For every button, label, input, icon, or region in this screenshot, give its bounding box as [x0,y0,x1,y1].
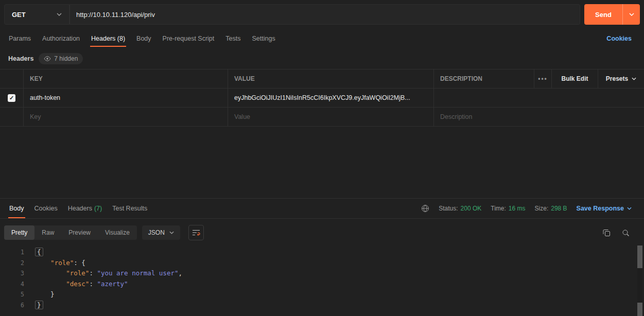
time-badge: Time: 16 ms [491,205,525,212]
send-options-button[interactable] [622,4,640,25]
new-description-input[interactable] [440,113,638,120]
tab-headers[interactable]: Headers (8) [85,29,131,48]
view-tab-preview[interactable]: Preview [61,225,98,240]
tab-params[interactable]: Params [3,29,37,48]
time-label: Time: [491,205,506,212]
vertical-scrollbar[interactable] [637,245,642,316]
scrollbar-thumb-bottom[interactable] [637,303,642,316]
tab-body[interactable]: Body [131,29,157,48]
chevron-down-icon [169,231,174,234]
status-label: Status: [439,205,458,212]
presets-dropdown[interactable]: Presets [598,69,644,88]
request-tabs: Params Authorization Headers (8) Body Pr… [0,29,644,48]
response-tab-test-results[interactable]: Test Results [107,199,152,218]
row-checkbox[interactable]: ✓ [8,94,15,102]
line-number: 2 [0,258,24,269]
tab-pre-request-script[interactable]: Pre-request Script [157,29,220,48]
wrap-text-icon [192,229,200,236]
eye-icon [44,56,51,61]
code-line: 2 "role": { [0,258,644,269]
status-badge: Status: 200 OK [439,205,481,212]
more-options-icon[interactable]: ••• [534,69,552,88]
chevron-down-icon [632,77,636,80]
view-mode-segment: Pretty Raw Preview Visualize [4,225,137,240]
table-row: ✓ auth-token eyJhbGciOiJIUzI1NiIsInR5cCI… [0,89,644,108]
headers-section-header: Headers 7 hidden [0,48,644,69]
table-row-new [0,108,644,127]
column-key: KEY [24,69,228,88]
status-value: 200 OK [461,205,482,212]
line-number: 5 [0,289,24,300]
view-tab-pretty[interactable]: Pretty [4,225,34,240]
row-checkbox-cell [0,108,24,126]
header-key-cell[interactable]: auth-token [24,89,228,107]
wrap-text-button[interactable] [188,225,204,240]
code-block: 1{2 "role": {3 "role": "you are normal u… [0,247,644,310]
empty-area [0,127,644,198]
chevron-down-icon [629,13,634,16]
new-description-cell [434,108,644,126]
line-number: 4 [0,279,24,290]
response-tab-label: Headers [68,205,92,212]
tab-tests[interactable]: Tests [220,29,246,48]
table-header-row: KEY VALUE DESCRIPTION ••• Bulk Edit Pres… [0,69,644,89]
response-tab-body[interactable]: Body [4,199,29,218]
hidden-headers-toggle[interactable]: 7 hidden [39,53,83,64]
globe-icon[interactable] [421,204,429,213]
response-tab-label: Cookies [34,205,58,212]
response-body-viewer: 1{2 "role": {3 "role": "you are normal u… [0,244,644,316]
response-tab-label: Body [9,205,24,212]
tab-authorization[interactable]: Authorization [37,29,85,48]
response-tab-cookies[interactable]: Cookies [29,199,63,218]
scrollbar-thumb[interactable] [637,245,642,268]
code-line: 6} [0,300,644,311]
line-number: 6 [0,300,24,311]
size-badge: Size: 298 B [535,205,567,212]
method-select[interactable]: GET [4,4,69,25]
new-key-cell [24,108,228,126]
time-value: 16 ms [509,205,526,212]
line-number: 3 [0,268,24,279]
request-url-bar: GET Send [0,0,644,29]
code-line: 5 } [0,289,644,300]
headers-title: Headers [8,55,33,62]
format-dropdown[interactable]: JSON [142,225,180,240]
send-button[interactable]: Send [584,4,622,25]
new-value-input[interactable] [234,113,427,120]
response-tabs: Body Cookies Headers (7) Test Results St… [0,199,644,219]
code-line: 1{ [0,247,644,258]
url-input[interactable] [71,11,579,19]
tab-settings[interactable]: Settings [246,29,281,48]
view-tab-raw[interactable]: Raw [34,225,61,240]
header-value-cell[interactable]: eyJhbGciOiJIUzI1NiIsInR5cCI6IkpXVCJ9.eyJ… [228,89,434,107]
line-number: 1 [0,247,24,258]
size-label: Size: [535,205,549,212]
response-tab-label: Test Results [112,205,147,212]
headers-table: KEY VALUE DESCRIPTION ••• Bulk Edit Pres… [0,69,644,127]
search-icon[interactable] [622,229,630,237]
new-key-input[interactable] [30,113,221,120]
chevron-down-icon [57,13,62,16]
send-split-button: Send [584,4,640,25]
format-label: JSON [148,229,165,236]
new-value-cell [228,108,434,126]
header-description-cell[interactable] [434,89,644,107]
presets-label: Presets [606,75,628,82]
copy-icon[interactable] [603,229,611,237]
response-tab-headers[interactable]: Headers (7) [63,199,108,218]
column-value: VALUE [228,69,434,88]
cookies-link[interactable]: Cookies [606,35,632,42]
response-action-icons [603,229,640,237]
hidden-headers-label: 7 hidden [54,55,78,62]
chevron-down-icon [627,207,632,210]
code-line: 4 "desc": "azerty" [0,279,644,290]
bulk-edit-button[interactable]: Bulk Edit [552,69,598,88]
response-meta: Status: 200 OK Time: 16 ms Size: 298 B S… [421,204,640,213]
size-value: 298 B [551,205,567,212]
column-description: DESCRIPTION [434,69,534,88]
response-view-toolbar: Pretty Raw Preview Visualize JSON [0,219,644,244]
view-tab-visualize[interactable]: Visualize [98,225,137,240]
save-response-button[interactable]: Save Response [577,205,632,212]
url-input-container [69,4,580,25]
save-response-label: Save Response [577,205,624,212]
